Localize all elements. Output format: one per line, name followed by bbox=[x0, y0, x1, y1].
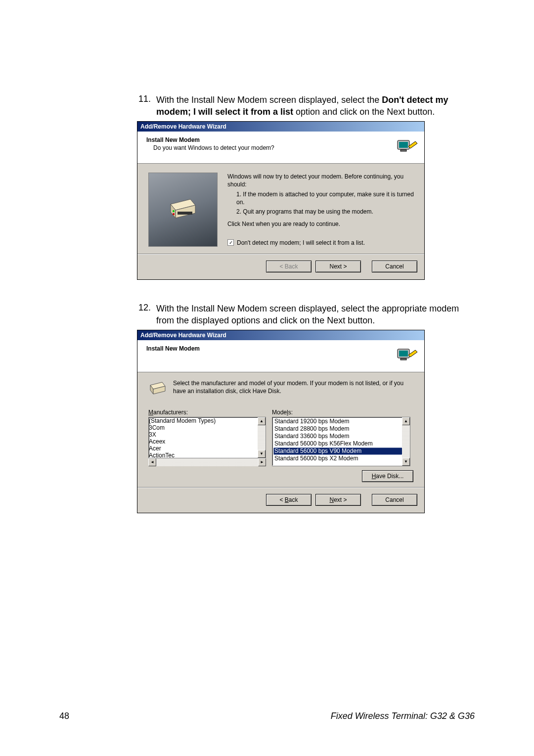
dialog-body-text: Windows will now try to detect your mode… bbox=[227, 173, 414, 247]
cancel-button[interactable]: Cancel bbox=[372, 261, 417, 272]
header-text: Install New Modem Do you want Windows to… bbox=[146, 136, 274, 151]
step-number: 12. bbox=[138, 303, 156, 327]
next-button[interactable]: Next > bbox=[315, 261, 361, 272]
have-disk-button[interactable]: Have Disk... bbox=[362, 470, 413, 482]
modem-graphic bbox=[148, 173, 218, 247]
header-text: Install New Modem bbox=[146, 345, 200, 353]
scrollbar-vertical[interactable]: ▲ ▼ bbox=[258, 417, 266, 458]
list-item[interactable]: Aceex bbox=[149, 438, 266, 445]
list-item[interactable]: (Standard Modem Types) bbox=[149, 417, 266, 424]
back-button[interactable]: < Back bbox=[266, 494, 312, 506]
list-item[interactable]: Standard 28800 bps Modem bbox=[273, 425, 410, 433]
listboxes: (Standard Modem Types) 3Com 3X Aceex Ace… bbox=[148, 417, 414, 466]
body-item-1: 1. If the modem is attached to your comp… bbox=[236, 190, 414, 206]
titlebar: Add/Remove Hardware Wizard bbox=[137, 122, 424, 132]
next-button[interactable]: Next > bbox=[315, 494, 361, 506]
scroll-up-icon[interactable]: ▲ bbox=[402, 417, 410, 425]
svg-point-5 bbox=[173, 210, 175, 212]
manufacturers-wrap: (Standard Modem Types) 3Com 3X Aceex Ace… bbox=[148, 417, 266, 466]
list-item[interactable]: 3Com bbox=[149, 424, 266, 431]
checkbox-label: Don't detect my modem; I will select it … bbox=[237, 239, 365, 247]
list-item[interactable]: Standard 56000 bps V90 Modem bbox=[273, 447, 410, 455]
manufacturers-listbox[interactable]: (Standard Modem Types) 3Com 3X Aceex Ace… bbox=[148, 417, 266, 458]
svg-rect-8 bbox=[400, 358, 406, 360]
scroll-track[interactable] bbox=[402, 425, 410, 458]
have-disk-row: Have Disk... bbox=[148, 470, 414, 482]
svg-rect-2 bbox=[400, 150, 406, 151]
dont-detect-checkbox[interactable]: ✓ bbox=[227, 239, 234, 246]
body-continue: Click Next when you are ready to continu… bbox=[227, 220, 414, 228]
svg-rect-7 bbox=[399, 351, 408, 356]
dialog-header: Install New Modem Do you want Windows to… bbox=[137, 132, 424, 164]
body-intro: Windows will now try to detect your mode… bbox=[227, 173, 414, 188]
body-item-2: 2. Quit any programs that may be using t… bbox=[236, 208, 414, 216]
titlebar: Add/Remove Hardware Wizard bbox=[137, 330, 424, 340]
back-button: < Back bbox=[266, 261, 312, 272]
step11-mid: option and click on the Next button. bbox=[293, 107, 435, 117]
page-footer-right: Fixed Wireless Terminal: G32 & G36 bbox=[331, 711, 475, 721]
dialog-footer: < Back Next > Cancel bbox=[137, 488, 424, 513]
models-label: Models: bbox=[272, 409, 293, 416]
step11-pre: With the Install New Modem screen displa… bbox=[156, 95, 382, 105]
dialog-install-new-modem-detect: Add/Remove Hardware Wizard Install New M… bbox=[137, 121, 425, 280]
list-item[interactable]: Acer bbox=[149, 445, 266, 452]
list-item[interactable]: Standard 19200 bps Modem bbox=[273, 418, 410, 425]
select-instruction-row: Select the manufacturer and model of you… bbox=[148, 379, 414, 398]
list-item[interactable]: ActionTec bbox=[149, 452, 266, 458]
manufacturers-label: Manufacturers: bbox=[148, 409, 266, 416]
scroll-down-icon[interactable]: ▼ bbox=[402, 458, 410, 466]
page-number: 48 bbox=[59, 711, 69, 721]
scroll-right-icon[interactable]: ► bbox=[258, 458, 266, 466]
instruction-step-12: 12. With the Install New Modem screen di… bbox=[138, 303, 475, 327]
list-item[interactable]: Standard 33600 bps Modem bbox=[273, 433, 410, 440]
dialog-body: Select the manufacturer and model of you… bbox=[137, 372, 424, 487]
step-body: With the Install New Modem screen displa… bbox=[156, 94, 475, 118]
scroll-track[interactable] bbox=[258, 425, 266, 450]
header-subtitle: Do you want Windows to detect your modem… bbox=[153, 144, 274, 151]
instruction-step-11: 11. With the Install New Modem screen di… bbox=[138, 94, 475, 118]
scroll-track[interactable] bbox=[156, 458, 258, 466]
models-items: Standard 19200 bps Modem Standard 28800 … bbox=[272, 417, 410, 462]
hardware-wizard-icon bbox=[397, 345, 417, 366]
scroll-down-icon[interactable]: ▼ bbox=[258, 450, 266, 458]
svg-rect-3 bbox=[178, 212, 192, 215]
step-body: With the Install New Modem screen displa… bbox=[156, 303, 475, 327]
models-listbox[interactable]: Standard 19200 bps Modem Standard 28800 … bbox=[272, 417, 410, 466]
scroll-left-icon[interactable]: ◄ bbox=[148, 458, 156, 466]
header-title: Install New Modem bbox=[146, 136, 274, 143]
header-title: Install New Modem bbox=[146, 345, 200, 352]
cancel-button[interactable]: Cancel bbox=[372, 494, 417, 506]
step-number: 11. bbox=[138, 94, 156, 118]
modem-icon bbox=[148, 379, 167, 398]
list-item[interactable]: Standard 56000 bps X2 Modem bbox=[273, 455, 410, 462]
column-labels: Manufacturers: Models: bbox=[148, 409, 414, 416]
svg-rect-1 bbox=[399, 142, 408, 148]
dialog-footer: < Back Next > Cancel bbox=[137, 255, 424, 279]
scrollbar-vertical[interactable]: ▲ ▼ bbox=[402, 417, 410, 466]
dialog-header: Install New Modem bbox=[137, 340, 424, 372]
hardware-wizard-icon bbox=[397, 136, 417, 157]
scroll-up-icon[interactable]: ▲ bbox=[258, 417, 266, 425]
checkbox-row[interactable]: ✓ Don't detect my modem; I will select i… bbox=[227, 239, 414, 247]
dialog-body: Windows will now try to detect your mode… bbox=[137, 164, 424, 254]
page-footer: 48 Fixed Wireless Terminal: G32 & G36 bbox=[0, 711, 534, 721]
scrollbar-horizontal[interactable]: ◄ ► bbox=[148, 458, 266, 466]
select-text: Select the manufacturer and model of you… bbox=[173, 379, 414, 395]
list-item[interactable]: Standard 56000 bps K56Flex Modem bbox=[273, 440, 410, 447]
manufacturers-items: (Standard Modem Types) 3Com 3X Aceex Ace… bbox=[149, 417, 266, 458]
dialog-install-new-modem-select: Add/Remove Hardware Wizard Install New M… bbox=[137, 330, 425, 513]
list-item[interactable]: 3X bbox=[149, 431, 266, 438]
svg-point-4 bbox=[173, 213, 175, 215]
